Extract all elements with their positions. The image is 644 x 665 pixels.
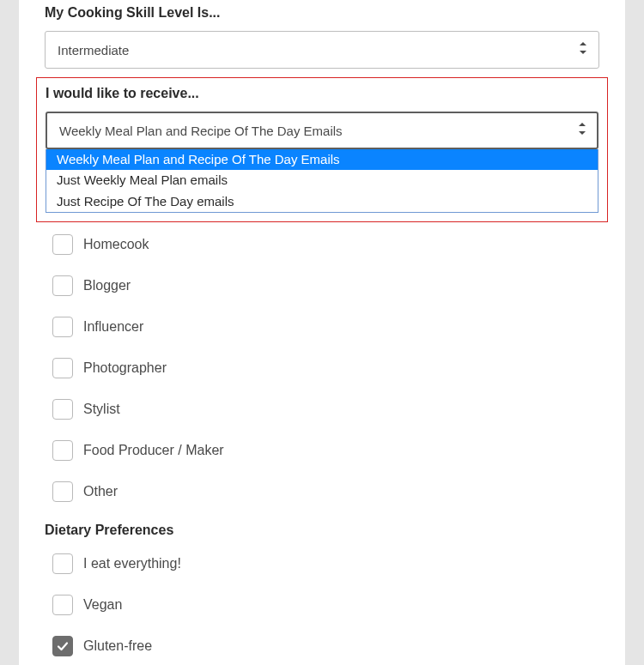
role-checkbox[interactable] <box>52 481 73 502</box>
role-label: Blogger <box>83 278 131 293</box>
skill-select-value: Intermediate <box>58 43 129 57</box>
skill-field: My Cooking Skill Level Is... Intermediat… <box>45 0 599 69</box>
role-row: Other <box>52 481 599 502</box>
skill-select-control[interactable]: Intermediate <box>45 31 599 69</box>
role-row: Food Producer / Maker <box>52 440 599 461</box>
dietary-checkbox[interactable] <box>52 553 73 574</box>
skill-label: My Cooking Skill Level Is... <box>45 5 599 21</box>
roles-group: Homecook Blogger Influencer Photographer… <box>45 234 599 502</box>
receive-select[interactable]: Weekly Meal Plan and Recipe Of The Day E… <box>46 112 598 149</box>
role-checkbox[interactable] <box>52 399 73 420</box>
dietary-row: Vegan <box>52 595 599 615</box>
role-checkbox[interactable] <box>52 275 73 296</box>
receive-field: I would like to receive... Weekly Meal P… <box>46 86 598 213</box>
receive-dropdown: Weekly Meal Plan and Recipe Of The Day E… <box>46 149 598 213</box>
role-label: Other <box>83 484 118 499</box>
dietary-label: I eat everything! <box>83 556 181 571</box>
dietary-checkbox[interactable] <box>52 595 73 615</box>
role-row: Photographer <box>52 358 599 378</box>
receive-highlight: I would like to receive... Weekly Meal P… <box>36 77 608 222</box>
dietary-checkbox[interactable] <box>52 636 73 656</box>
role-label: Influencer <box>83 319 143 335</box>
receive-select-value: Weekly Meal Plan and Recipe Of The Day E… <box>59 124 343 138</box>
receive-option[interactable]: Weekly Meal Plan and Recipe Of The Day E… <box>46 149 598 170</box>
role-checkbox[interactable] <box>52 440 73 461</box>
check-icon <box>57 640 69 652</box>
receive-label: I would like to receive... <box>46 86 598 101</box>
dietary-row: I eat everything! <box>52 553 599 574</box>
role-checkbox[interactable] <box>52 317 73 337</box>
dietary-row: Gluten-free <box>52 636 599 656</box>
dietary-label: Gluten-free <box>83 638 152 654</box>
role-label: Food Producer / Maker <box>83 443 224 458</box>
skill-select[interactable]: Intermediate <box>45 31 599 69</box>
role-checkbox[interactable] <box>52 234 73 255</box>
role-label: Stylist <box>83 402 120 417</box>
form-page: My Cooking Skill Level Is... Intermediat… <box>19 0 625 665</box>
role-row: Blogger <box>52 275 599 296</box>
receive-option[interactable]: Just Weekly Meal Plan emails <box>46 170 598 190</box>
dietary-group: I eat everything! Vegan Gluten-free <box>45 553 599 656</box>
dietary-heading: Dietary Preferences <box>45 523 599 538</box>
role-checkbox[interactable] <box>52 358 73 378</box>
receive-select-control[interactable]: Weekly Meal Plan and Recipe Of The Day E… <box>46 112 598 149</box>
receive-option[interactable]: Just Recipe Of The Day emails <box>46 191 598 212</box>
role-label: Homecook <box>83 237 149 252</box>
role-row: Homecook <box>52 234 599 255</box>
role-label: Photographer <box>83 360 167 376</box>
dietary-label: Vegan <box>83 597 122 613</box>
role-row: Stylist <box>52 399 599 420</box>
role-row: Influencer <box>52 317 599 337</box>
